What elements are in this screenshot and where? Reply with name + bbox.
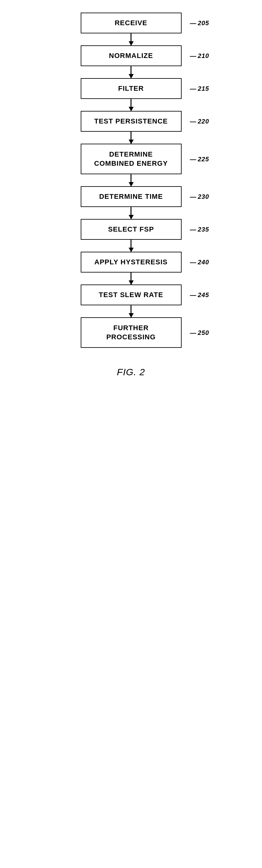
step-number-filter: 215: [190, 85, 209, 92]
box-filter: FILTER 215: [81, 78, 182, 99]
box-further-processing: FURTHER PROCESSING 250: [81, 317, 182, 348]
arrow-6: [130, 207, 132, 219]
step-row-determine-combined-energy: DETERMINE COMBINED ENERGY 225: [36, 144, 226, 174]
step-row-further-processing: FURTHER PROCESSING 250: [36, 317, 226, 348]
box-receive: RECEIVE 205: [81, 12, 182, 33]
box-normalize: NORMALIZE 210: [81, 45, 182, 66]
step-row-apply-hysteresis: APPLY HYSTERESIS 240: [36, 252, 226, 273]
box-test-persistence: TEST PERSISTENCE 220: [81, 111, 182, 132]
box-label-further-processing: FURTHER PROCESSING: [106, 323, 156, 342]
arrow-8: [130, 273, 132, 284]
step-number-test-persistence: 220: [190, 118, 209, 125]
step-row-select-fsp: SELECT FSP 235: [36, 219, 226, 240]
box-label-determine-combined-energy: DETERMINE COMBINED ENERGY: [94, 150, 168, 168]
arrow-7: [130, 240, 132, 252]
arrow-3: [130, 99, 132, 111]
box-label-determine-time: DETERMINE TIME: [99, 192, 163, 201]
step-number-further-processing: 250: [190, 329, 209, 337]
step-row-test-slew-rate: TEST SLEW RATE 245: [36, 284, 226, 305]
step-number-receive: 205: [190, 20, 209, 27]
box-label-receive: RECEIVE: [115, 19, 148, 27]
step-number-determine-time: 230: [190, 193, 209, 200]
arrow-2: [130, 66, 132, 78]
step-row-determine-time: DETERMINE TIME 230: [36, 186, 226, 207]
box-determine-combined-energy: DETERMINE COMBINED ENERGY 225: [81, 144, 182, 174]
arrow-5: [130, 174, 132, 186]
step-number-normalize: 210: [190, 52, 209, 60]
step-number-select-fsp: 235: [190, 226, 209, 233]
arrow-1: [130, 33, 132, 45]
box-test-slew-rate: TEST SLEW RATE 245: [81, 284, 182, 305]
box-apply-hysteresis: APPLY HYSTERESIS 240: [81, 252, 182, 273]
step-number-test-slew-rate: 245: [190, 291, 209, 299]
step-row-receive: RECEIVE 205: [36, 12, 226, 33]
step-row-normalize: NORMALIZE 210: [36, 45, 226, 66]
step-number-apply-hysteresis: 240: [190, 259, 209, 266]
step-row-filter: FILTER 215: [36, 78, 226, 99]
box-label-test-slew-rate: TEST SLEW RATE: [99, 291, 163, 299]
box-label-test-persistence: TEST PERSISTENCE: [94, 117, 168, 125]
box-label-select-fsp: SELECT FSP: [108, 225, 154, 234]
step-row-test-persistence: TEST PERSISTENCE 220: [36, 111, 226, 132]
flowchart: RECEIVE 205 NORMALIZE 210 FILTER 215 TES…: [36, 12, 226, 377]
box-select-fsp: SELECT FSP 235: [81, 219, 182, 240]
box-label-filter: FILTER: [118, 85, 144, 93]
arrow-4: [130, 132, 132, 144]
box-determine-time: DETERMINE TIME 230: [81, 186, 182, 207]
arrow-9: [130, 305, 132, 317]
box-label-apply-hysteresis: APPLY HYSTERESIS: [94, 258, 167, 266]
figure-caption: FIG. 2: [117, 367, 145, 377]
box-label-normalize: NORMALIZE: [109, 52, 153, 60]
step-number-determine-combined-energy: 225: [190, 155, 209, 163]
